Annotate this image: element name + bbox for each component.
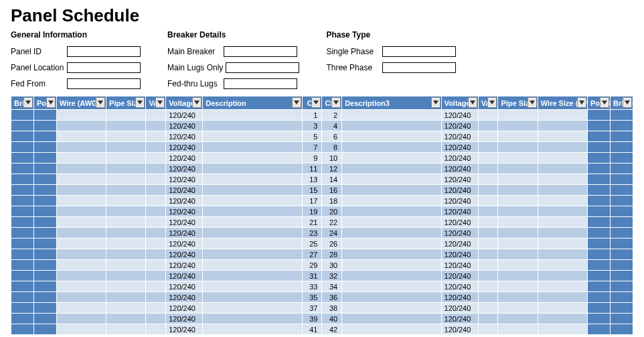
cell-voltage[interactable]: 120/240: [166, 314, 203, 324]
cell-wire[interactable]: [56, 142, 106, 153]
cell-description2[interactable]: [342, 121, 441, 131]
cell-va[interactable]: [146, 314, 166, 324]
cell-pole2[interactable]: [588, 324, 611, 335]
cell-pole[interactable]: [33, 249, 56, 260]
cell-pole[interactable]: [33, 185, 56, 196]
cell-pole2[interactable]: [588, 206, 611, 217]
filter-dropdown-icon[interactable]: [600, 97, 609, 108]
cell-voltage2[interactable]: 120/240: [441, 163, 478, 174]
cell-pole[interactable]: [33, 271, 56, 281]
cell-wire[interactable]: [56, 324, 106, 335]
cell-pole[interactable]: [33, 260, 56, 271]
cell-pipe[interactable]: [106, 249, 146, 260]
cell-pole[interactable]: [33, 239, 56, 249]
cell-description[interactable]: [203, 249, 302, 260]
cell-pole2[interactable]: [588, 174, 611, 185]
cell-description[interactable]: [203, 185, 302, 196]
cell-pole[interactable]: [33, 131, 56, 142]
cell-voltage2[interactable]: 120/240: [441, 314, 478, 324]
cell-voltage2[interactable]: 120/240: [441, 281, 478, 292]
cell-voltage[interactable]: 120/240: [166, 292, 203, 303]
cell-description2[interactable]: [342, 281, 441, 292]
cell-pole2[interactable]: [588, 163, 611, 174]
cell-ckt2[interactable]: 8: [322, 142, 342, 153]
cell-description2[interactable]: [342, 174, 441, 185]
cell-voltage2[interactable]: 120/240: [441, 271, 478, 281]
cell-wire[interactable]: [56, 163, 106, 174]
main-lugs-input[interactable]: [226, 62, 299, 73]
cell-pole[interactable]: [33, 163, 56, 174]
cell-pole[interactable]: [33, 324, 56, 335]
filter-dropdown-icon[interactable]: [135, 97, 145, 108]
cell-pipe[interactable]: [106, 239, 146, 249]
cell-va2[interactable]: [478, 121, 498, 131]
cell-wire2[interactable]: [538, 260, 587, 271]
cell-voltage[interactable]: 120/240: [166, 196, 203, 206]
cell-ckt[interactable]: 13: [302, 174, 322, 185]
cell-wire2[interactable]: [538, 303, 587, 314]
cell-va2[interactable]: [478, 228, 498, 239]
cell-ckt[interactable]: 15: [302, 185, 322, 196]
cell-description[interactable]: [203, 271, 302, 281]
cell-ckt2[interactable]: 10: [322, 153, 342, 163]
cell-ckt2[interactable]: 28: [322, 249, 342, 260]
cell-va[interactable]: [146, 174, 166, 185]
cell-brkr2[interactable]: [610, 131, 633, 142]
cell-ckt2[interactable]: 22: [322, 217, 342, 228]
cell-voltage2[interactable]: 120/240: [441, 324, 478, 335]
cell-va2[interactable]: [478, 271, 498, 281]
cell-voltage2[interactable]: 120/240: [441, 185, 478, 196]
cell-pole[interactable]: [33, 217, 56, 228]
cell-pipe2[interactable]: [498, 121, 538, 131]
cell-pole2[interactable]: [588, 260, 611, 271]
cell-ckt2[interactable]: 20: [322, 206, 342, 217]
cell-pole2[interactable]: [588, 303, 611, 314]
cell-pipe2[interactable]: [498, 239, 538, 249]
cell-ckt2[interactable]: 2: [322, 110, 342, 121]
cell-brkr[interactable]: [11, 185, 34, 196]
cell-pipe2[interactable]: [498, 131, 538, 142]
cell-va2[interactable]: [478, 196, 498, 206]
cell-pipe2[interactable]: [498, 324, 538, 335]
cell-va[interactable]: [146, 249, 166, 260]
cell-wire2[interactable]: [538, 271, 587, 281]
cell-va2[interactable]: [478, 217, 498, 228]
cell-voltage[interactable]: 120/240: [166, 324, 203, 335]
cell-voltage2[interactable]: 120/240: [441, 142, 478, 153]
cell-wire2[interactable]: [538, 206, 587, 217]
cell-brkr2[interactable]: [610, 174, 633, 185]
cell-pipe2[interactable]: [498, 206, 538, 217]
cell-ckt2[interactable]: 26: [322, 239, 342, 249]
cell-pole[interactable]: [33, 228, 56, 239]
cell-voltage[interactable]: 120/240: [166, 281, 203, 292]
cell-pipe[interactable]: [106, 142, 146, 153]
cell-voltage2[interactable]: 120/240: [441, 249, 478, 260]
cell-brkr[interactable]: [11, 131, 34, 142]
cell-description2[interactable]: [342, 228, 441, 239]
cell-pipe[interactable]: [106, 281, 146, 292]
cell-description2[interactable]: [342, 153, 441, 163]
cell-pipe[interactable]: [106, 185, 146, 196]
cell-brkr[interactable]: [11, 110, 34, 121]
cell-pipe2[interactable]: [498, 249, 538, 260]
cell-voltage[interactable]: 120/240: [166, 260, 203, 271]
panel-location-input[interactable]: [67, 62, 141, 73]
cell-wire[interactable]: [56, 260, 106, 271]
cell-wire2[interactable]: [538, 314, 587, 324]
cell-voltage[interactable]: 120/240: [166, 163, 203, 174]
cell-ckt[interactable]: 7: [302, 142, 322, 153]
cell-ckt2[interactable]: 16: [322, 185, 342, 196]
cell-pipe[interactable]: [106, 206, 146, 217]
cell-pole2[interactable]: [588, 271, 611, 281]
cell-brkr[interactable]: [11, 163, 34, 174]
cell-ckt[interactable]: 11: [302, 163, 322, 174]
cell-brkr[interactable]: [11, 174, 34, 185]
cell-ckt2[interactable]: 34: [322, 281, 342, 292]
cell-description2[interactable]: [342, 239, 441, 249]
cell-pipe2[interactable]: [498, 303, 538, 314]
cell-voltage2[interactable]: 120/240: [441, 110, 478, 121]
cell-pipe2[interactable]: [498, 153, 538, 163]
cell-wire2[interactable]: [538, 131, 587, 142]
cell-brkr[interactable]: [11, 142, 34, 153]
cell-va[interactable]: [146, 131, 166, 142]
